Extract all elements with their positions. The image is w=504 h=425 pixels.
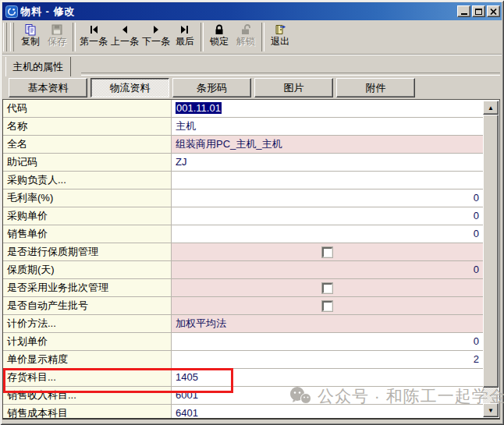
- tab-host-properties[interactable]: 主机的属性: [5, 57, 71, 76]
- field-label: 保质期(天): [3, 261, 172, 278]
- save-button: 保存: [44, 22, 70, 53]
- grid-row: 是否自动产生批号: [3, 297, 483, 315]
- field-value[interactable]: ZJ: [172, 154, 483, 171]
- scroll-up-button[interactable]: ▲: [483, 101, 499, 115]
- field-label: 采购单价: [3, 207, 172, 225]
- next-record-button[interactable]: 下一条: [140, 22, 172, 53]
- window-title: 物料 - 修改: [20, 5, 457, 19]
- section-button-logistics-info[interactable]: 物流资料: [91, 78, 169, 97]
- grid-row: 单价显示精度 2: [3, 351, 483, 369]
- toolbar-button-label: 第一条: [80, 36, 108, 48]
- toolbar-grip[interactable]: [10, 23, 14, 51]
- field-label: 采购负责人...: [3, 172, 172, 189]
- grid-row: 代码 001.11.01: [3, 100, 483, 118]
- previous-record-button[interactable]: 上一条: [109, 22, 140, 53]
- section-button-picture[interactable]: 图片: [254, 78, 333, 97]
- field-value[interactable]: [172, 172, 483, 189]
- grid-row: 计划单价 0: [3, 333, 483, 351]
- section-button-attachment[interactable]: 附件: [336, 78, 415, 97]
- toolbar-button-label: 保存: [48, 36, 66, 48]
- field-label: 代码: [3, 100, 172, 117]
- toolbar-button-label: 上一条: [111, 36, 139, 48]
- toolbar-grip[interactable]: [3, 23, 7, 51]
- field-label: 是否自动产生批号: [3, 297, 172, 314]
- grid-row: 全名 组装商用PC_主机_主机: [3, 136, 483, 154]
- watermark: 公众号 · 和陈工一起学金蝶: [289, 385, 504, 407]
- next-record-icon: [150, 23, 162, 36]
- app-icon: [5, 5, 18, 18]
- selected-value-text: 001.11.01: [176, 102, 222, 114]
- first-record-button[interactable]: 第一条: [78, 22, 109, 53]
- toolbar-separator: [73, 23, 76, 51]
- exit-icon: [274, 23, 286, 36]
- field-value[interactable]: 2: [172, 351, 483, 368]
- lock-button[interactable]: 锁定: [206, 22, 232, 53]
- section-button-basic-info[interactable]: 基本资料: [9, 78, 87, 97]
- scrollbar-thumb[interactable]: [483, 115, 499, 388]
- vertical-scrollbar[interactable]: ▲ ▼: [483, 101, 499, 417]
- field-label: 是否采用业务批次管理: [3, 279, 172, 296]
- field-value[interactable]: 主机: [172, 118, 483, 135]
- arrow-up-icon: ▲: [488, 104, 494, 112]
- last-record-button[interactable]: 最后: [172, 22, 198, 53]
- field-label: 计价方法...: [3, 315, 172, 332]
- grid-row: 助记码 ZJ: [3, 154, 483, 172]
- material-edit-window: 物料 - 修改 复制: [0, 0, 504, 425]
- grid-row: 采购单价 0: [3, 207, 483, 225]
- field-value[interactable]: [172, 297, 483, 314]
- watermark-text: 公众号 · 和陈工一起学金蝶: [318, 385, 504, 407]
- section-button-barcode[interactable]: 条形码: [172, 78, 251, 97]
- grid-row: 销售单价 0: [3, 225, 483, 243]
- maximize-icon: [475, 9, 482, 15]
- checkbox[interactable]: [322, 247, 332, 257]
- field-label: 助记码: [3, 154, 172, 171]
- first-record-icon: [87, 23, 100, 36]
- field-value[interactable]: 组装商用PC_主机_主机: [172, 136, 483, 153]
- checkbox[interactable]: [322, 301, 332, 311]
- lock-icon: [213, 23, 225, 36]
- toolbar-button-label: 锁定: [210, 36, 229, 48]
- field-value[interactable]: 加权平均法: [172, 315, 483, 332]
- toolbar-button-label: 下一条: [142, 36, 170, 48]
- copy-icon: [24, 23, 37, 36]
- field-value[interactable]: [172, 243, 483, 260]
- title-bar: 物料 - 修改: [2, 2, 502, 20]
- field-value[interactable]: 0: [172, 333, 483, 350]
- minimize-button[interactable]: [457, 5, 470, 17]
- section-button-row: 基本资料 物流资料 条形码 图片 附件: [2, 76, 502, 99]
- unlock-button: 解锁: [232, 22, 259, 53]
- toolbar-button-label: 复制: [21, 36, 40, 48]
- toolbar-separator: [261, 23, 264, 51]
- previous-record-icon: [119, 23, 131, 36]
- field-value[interactable]: 001.11.01: [172, 100, 483, 117]
- grid-row: 是否采用业务批次管理: [3, 279, 483, 297]
- maximize-button[interactable]: [472, 5, 485, 17]
- tab-strip-divider: [81, 73, 500, 75]
- copy-button[interactable]: 复制: [17, 22, 44, 53]
- close-icon: [490, 9, 497, 15]
- grid-row: 名称 主机: [3, 118, 483, 136]
- field-value[interactable]: [172, 279, 483, 296]
- grid-row: 采购负责人...: [3, 172, 483, 189]
- exit-button[interactable]: 退出: [267, 22, 293, 53]
- field-label: 销售单价: [3, 225, 172, 243]
- grid-row: 保质期(天) 0: [3, 261, 483, 279]
- field-label: 单价显示精度: [3, 351, 172, 368]
- toolbar: 复制 保存 第一条 上一: [2, 20, 502, 55]
- close-button[interactable]: [487, 5, 500, 17]
- toolbar-button-label: 最后: [176, 36, 194, 48]
- arrow-down-icon: ▼: [488, 407, 494, 414]
- toolbar-separator: [201, 23, 204, 51]
- field-value[interactable]: 0: [172, 261, 483, 278]
- annotation-red-box: [3, 368, 233, 393]
- grid-row: 计价方法... 加权平均法: [3, 315, 483, 333]
- wechat-icon: [289, 386, 312, 406]
- field-value[interactable]: 0: [172, 207, 483, 225]
- unlock-icon: [240, 23, 252, 36]
- field-value[interactable]: 0: [172, 189, 483, 207]
- field-label: 全名: [3, 136, 172, 153]
- checkbox[interactable]: [322, 283, 332, 293]
- tab-strip: 主机的属性: [2, 55, 502, 76]
- field-value[interactable]: 0: [172, 225, 483, 243]
- toolbar-button-label: 解锁: [236, 36, 255, 48]
